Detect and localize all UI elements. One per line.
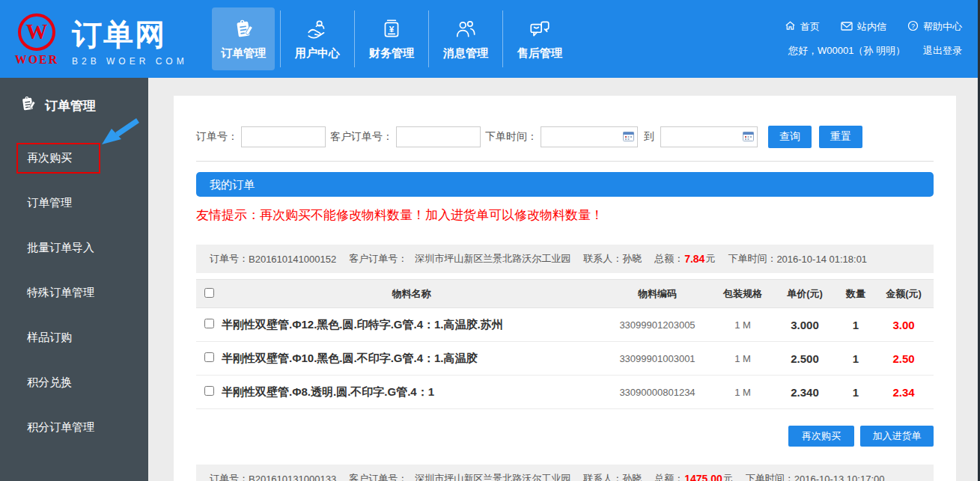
order-time-value: 2016-10-13 10:17:00 bbox=[794, 474, 885, 481]
row-checkbox[interactable] bbox=[204, 386, 214, 396]
col-header-amount: 金额(元) bbox=[874, 280, 934, 308]
quantity: 1 bbox=[838, 308, 874, 342]
material-name: 半刚性双壁管.Φ8.透明.圆.不印字.G管.4：1 bbox=[222, 376, 601, 409]
user-row: 您好，W00001（孙 明明） 退出登录 bbox=[788, 44, 962, 58]
order-no-value: B201610141000152 bbox=[249, 254, 336, 265]
order-no-label: 订单号： bbox=[210, 472, 249, 481]
nav-label: 售后管理 bbox=[517, 46, 562, 61]
home-link-label: 首页 bbox=[800, 20, 820, 34]
warning-text: 友情提示：再次购买不能修改物料数量！加入进货单可以修改物料数量！ bbox=[196, 206, 934, 224]
contact-value: 孙晓 bbox=[622, 252, 642, 266]
logout-link[interactable]: 退出登录 bbox=[923, 44, 962, 58]
finance-icon: ¥ bbox=[380, 17, 404, 41]
order-summary-bar: 订单号：B201610141000152 客户订单号： 深圳市坪山新区兰景北路沃… bbox=[196, 245, 934, 273]
order-time-label: 下单时间： bbox=[485, 130, 538, 144]
home-icon bbox=[785, 20, 796, 34]
nav-item-finance-management[interactable]: ¥ 财务管理 bbox=[360, 7, 423, 70]
query-button[interactable]: 查询 bbox=[768, 126, 812, 148]
unit-price: 3.000 bbox=[772, 308, 838, 342]
site-mail-link-label: 站内信 bbox=[857, 20, 886, 34]
nav-item-message-management[interactable]: 消息管理 bbox=[434, 7, 497, 70]
order-summary-bar: 订单号：B201610131000133 客户订单号： 深圳市坪山新区兰景北路沃… bbox=[196, 465, 934, 481]
nav-divider bbox=[280, 10, 281, 67]
sidebar-item-points-order-management[interactable]: 积分订单管理 bbox=[0, 405, 148, 450]
customer-order-no-label: 客户订单号： bbox=[349, 472, 407, 481]
select-all-checkbox[interactable] bbox=[204, 288, 214, 298]
nav-item-order-management[interactable]: 订单管理 bbox=[212, 7, 275, 70]
order-icon bbox=[231, 17, 255, 41]
sidebar-item-label: 积分兑换 bbox=[27, 376, 72, 390]
nav-divider bbox=[428, 10, 429, 67]
col-header-code: 物料编码 bbox=[601, 280, 713, 308]
material-name: 半刚性双壁管.Φ10.黑色.圆.不印字.G管.4：1.高温胶 bbox=[222, 342, 601, 376]
calendar-icon[interactable] bbox=[623, 131, 634, 141]
sidebar-title: 订单管理 bbox=[45, 97, 96, 114]
amount: 3.00 bbox=[874, 308, 934, 342]
sidebar-item-special-order-management[interactable]: 特殊订单管理 bbox=[0, 270, 148, 315]
nav-item-user-center[interactable]: 用户中心 bbox=[286, 7, 349, 70]
packaging-spec: 1 M bbox=[713, 308, 772, 342]
add-to-purchase-list-button[interactable]: 加入进货单 bbox=[860, 426, 934, 447]
row-checkbox[interactable] bbox=[204, 352, 214, 362]
logo[interactable]: W WOER 订单网 B2B WOER COM bbox=[0, 12, 207, 67]
total-amount: 7.84 bbox=[684, 253, 704, 265]
content-panel: 订单号： 客户订单号： 下单时间： 到 查询 重置 我的订单 友情提示：再次购买… bbox=[174, 96, 956, 481]
page: W WOER 订单网 B2B WOER COM 订单管理 用户中心 bbox=[0, 0, 980, 481]
calendar-icon[interactable] bbox=[743, 131, 754, 141]
buy-again-button[interactable]: 再次购买 bbox=[788, 426, 854, 447]
highlight-box: 再次购买 bbox=[16, 143, 100, 174]
customer-address: 深圳市坪山新区兰景北路沃尔工业园 bbox=[415, 472, 570, 481]
user-center-icon bbox=[305, 17, 329, 41]
material-code: 33099901203005 bbox=[601, 308, 713, 342]
form-divider bbox=[196, 161, 934, 162]
search-form: 订单号： 客户订单号： 下单时间： 到 查询 重置 bbox=[196, 126, 934, 148]
packaging-spec: 1 M bbox=[713, 342, 772, 376]
sidebar-item-sample-order[interactable]: 样品订购 bbox=[0, 315, 148, 360]
aftersales-icon bbox=[528, 17, 552, 41]
total-label: 总额： bbox=[654, 252, 684, 266]
sidebar-item-buy-again[interactable]: 再次购买 bbox=[0, 135, 148, 180]
order-actions: 再次购买 加入进货单 bbox=[196, 426, 934, 447]
unit-price: 2.500 bbox=[772, 342, 838, 376]
site-mail-link[interactable]: 站内信 bbox=[841, 20, 886, 34]
col-header-spec: 包装规格 bbox=[713, 280, 772, 308]
order-no-label: 订单号： bbox=[196, 130, 238, 144]
date-to-label: 到 bbox=[644, 130, 654, 144]
order-no-input[interactable] bbox=[241, 126, 326, 147]
sidebar-item-label: 再次购买 bbox=[27, 151, 72, 164]
clipboard-icon bbox=[18, 94, 37, 117]
sidebar-menu: 再次购买 订单管理 批量订单导入 特殊订单管理 样品订购 积分兑换 积分订单管理 bbox=[0, 135, 148, 450]
order-no-value: B201610131000133 bbox=[249, 474, 336, 481]
row-checkbox[interactable] bbox=[204, 319, 214, 328]
material-name: 半刚性双壁管.Φ12.黑色.圆.印特字.G管.4：1.高温胶.苏州 bbox=[222, 308, 601, 342]
sidebar-item-label: 积分订单管理 bbox=[27, 420, 94, 435]
help-center-link-label: 帮助中心 bbox=[923, 20, 962, 34]
nav-label: 订单管理 bbox=[221, 46, 266, 61]
quick-links: 首页 站内信 ? 帮助中心 bbox=[785, 20, 962, 34]
col-header-name: 物料名称 bbox=[222, 280, 601, 308]
order-items-table: 物料名称 物料编码 包装规格 单价(元) 数量 金额(元) 半刚性双壁管.Φ12… bbox=[196, 279, 934, 409]
main-nav: 订单管理 用户中心 ¥ 财务管理 消息管理 bbox=[207, 0, 576, 78]
order-time-value: 2016-10-14 01:18:01 bbox=[776, 254, 867, 265]
logo-brand: WOER bbox=[15, 53, 59, 67]
date-to-wrap bbox=[660, 126, 758, 147]
total-label: 总额： bbox=[654, 472, 684, 481]
nav-label: 财务管理 bbox=[369, 46, 414, 61]
home-link[interactable]: 首页 bbox=[785, 20, 820, 34]
site-title-block: 订单网 B2B WOER COM bbox=[72, 12, 188, 67]
logo-circle-icon: W bbox=[18, 13, 55, 51]
sidebar-item-points-exchange[interactable]: 积分兑换 bbox=[0, 360, 148, 405]
reset-button[interactable]: 重置 bbox=[819, 126, 862, 148]
nav-item-aftersales-management[interactable]: 售后管理 bbox=[508, 7, 571, 70]
sidebar-item-order-management[interactable]: 订单管理 bbox=[0, 180, 148, 225]
customer-order-no-input[interactable] bbox=[396, 126, 481, 147]
total-amount: 1475.00 bbox=[684, 473, 722, 481]
help-center-link[interactable]: ? 帮助中心 bbox=[907, 20, 962, 34]
sidebar-item-label: 样品订购 bbox=[27, 331, 72, 345]
sidebar-item-batch-order-import[interactable]: 批量订单导入 bbox=[0, 225, 148, 270]
customer-order-no-label: 客户订单号： bbox=[330, 130, 393, 144]
sidebar-item-label: 订单管理 bbox=[27, 196, 72, 210]
nav-label: 用户中心 bbox=[295, 46, 340, 61]
col-header-qty: 数量 bbox=[838, 280, 874, 308]
logo-badge: W WOER bbox=[13, 12, 60, 67]
